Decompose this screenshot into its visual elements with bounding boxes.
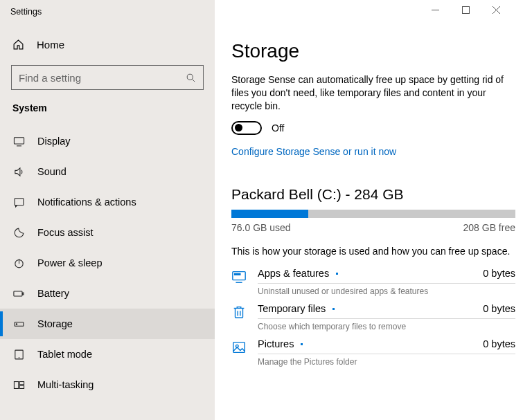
- sidebar-item-multitasking[interactable]: Multi-tasking: [0, 369, 215, 400]
- svg-rect-17: [462, 6, 469, 13]
- battery-icon: [12, 288, 25, 300]
- svg-rect-22: [238, 273, 240, 275]
- svg-rect-13: [14, 381, 18, 388]
- pictures-icon: [231, 338, 248, 355]
- sidebar-item-label: Notifications & actions: [37, 197, 136, 208]
- svg-rect-26: [233, 342, 245, 352]
- sidebar-item-focus-assist[interactable]: Focus assist: [0, 217, 215, 248]
- category-subtext: Choose which temporary files to remove: [258, 322, 515, 331]
- category-subtext: Manage the Pictures folder: [258, 357, 515, 367]
- category-dot: [301, 343, 303, 345]
- svg-rect-20: [233, 271, 245, 280]
- svg-point-0: [187, 74, 193, 80]
- svg-rect-21: [235, 273, 238, 275]
- notifications-icon: [12, 197, 25, 208]
- search-box[interactable]: [11, 65, 204, 90]
- sidebar-item-display[interactable]: Display: [0, 126, 215, 156]
- sidebar-item-storage[interactable]: Storage: [0, 309, 215, 339]
- sidebar-item-sound[interactable]: Sound: [0, 156, 215, 187]
- close-button[interactable]: [481, 0, 511, 19]
- apps-icon: [231, 268, 248, 284]
- focus-assist-icon: [12, 227, 25, 239]
- svg-point-10: [16, 323, 17, 324]
- category-name: Temporary files: [258, 303, 326, 314]
- main-panel: Storage Storage Sense can automatically …: [215, 0, 532, 420]
- power-icon: [12, 257, 25, 269]
- sidebar-item-label: Sound: [37, 166, 66, 177]
- svg-rect-14: [19, 381, 24, 384]
- storage-sense-toggle[interactable]: [231, 121, 262, 135]
- sidebar-item-label: Storage: [37, 318, 73, 329]
- category-name: Apps & features: [258, 268, 329, 279]
- drive-usage-fill: [231, 210, 308, 218]
- category-subtext: Uninstall unused or undesired apps & fea…: [258, 286, 515, 296]
- sidebar-item-label: Multi-tasking: [37, 379, 94, 390]
- category-dot: [332, 308, 335, 310]
- storage-sense-description: Storage Sense can automatically free up …: [231, 73, 515, 113]
- category-divider: [258, 283, 515, 284]
- sound-icon: [12, 166, 25, 178]
- sidebar: Settings Home System Display So: [0, 0, 215, 420]
- category-dot: [336, 273, 338, 275]
- category-size: 0 bytes: [483, 268, 515, 279]
- drive-used-label: 76.0 GB used: [231, 222, 291, 233]
- nav-list: Display Sound Notifications & actions Fo…: [0, 126, 215, 400]
- configure-storage-sense-link[interactable]: Configure Storage Sense or run it now: [231, 146, 515, 157]
- category-divider: [258, 354, 515, 354]
- sidebar-section-label: System: [0, 95, 215, 119]
- svg-line-1: [192, 79, 195, 82]
- window-title: Settings: [0, 0, 215, 24]
- storage-category-apps[interactable]: Apps & features 0 bytes Uninstall unused…: [231, 268, 515, 296]
- svg-rect-7: [14, 291, 22, 295]
- category-name: Pictures: [258, 338, 294, 349]
- sidebar-item-battery[interactable]: Battery: [0, 278, 215, 309]
- usage-description: This is how your storage is used and how…: [231, 246, 515, 257]
- storage-category-pictures[interactable]: Pictures 0 bytes Manage the Pictures fol…: [231, 338, 515, 367]
- category-size: 0 bytes: [483, 303, 515, 314]
- toggle-knob: [235, 124, 242, 131]
- display-icon: [12, 136, 25, 147]
- svg-rect-4: [15, 198, 24, 205]
- sidebar-item-label: Power & sleep: [37, 257, 103, 268]
- sidebar-item-power-sleep[interactable]: Power & sleep: [0, 248, 215, 278]
- multitasking-icon: [12, 379, 25, 391]
- sidebar-item-label: Display: [37, 136, 71, 147]
- maximize-button[interactable]: [450, 0, 481, 19]
- search-input[interactable]: [19, 72, 171, 84]
- sidebar-item-label: Tablet mode: [37, 349, 92, 360]
- svg-rect-15: [19, 385, 24, 388]
- sidebar-item-label: Battery: [37, 288, 69, 299]
- svg-rect-2: [14, 137, 24, 143]
- drive-usage-bar: [231, 210, 515, 218]
- search-icon: [186, 73, 196, 83]
- nav-home-label: Home: [37, 39, 64, 51]
- toggle-state-label: Off: [272, 122, 284, 134]
- drive-header: Packard Bell (C:) - 284 GB: [231, 186, 515, 203]
- svg-rect-8: [23, 293, 24, 295]
- trash-icon: [231, 303, 248, 320]
- category-size: 0 bytes: [483, 338, 515, 349]
- drive-free-label: 208 GB free: [463, 222, 516, 233]
- page-title: Storage: [231, 40, 515, 62]
- minimize-button[interactable]: [420, 0, 450, 19]
- window-controls: [231, 0, 515, 24]
- storage-category-temp[interactable]: Temporary files 0 bytes Choose which tem…: [231, 303, 515, 331]
- storage-icon: [12, 318, 25, 330]
- tablet-icon: [12, 349, 25, 360]
- category-divider: [258, 318, 515, 319]
- sidebar-item-notifications[interactable]: Notifications & actions: [0, 187, 215, 217]
- sidebar-item-tablet-mode[interactable]: Tablet mode: [0, 339, 215, 369]
- home-icon: [12, 39, 24, 51]
- nav-home[interactable]: Home: [0, 30, 215, 58]
- sidebar-item-label: Focus assist: [37, 227, 94, 238]
